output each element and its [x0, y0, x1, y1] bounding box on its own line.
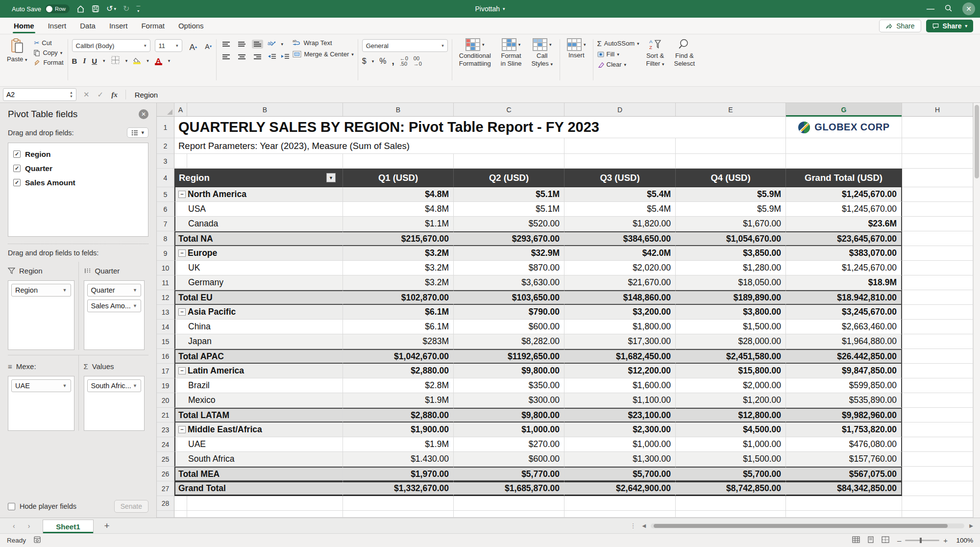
document-title[interactable]: Pivottah ▾	[475, 5, 505, 13]
row-label-china[interactable]: China	[174, 320, 343, 334]
tab-options[interactable]: Options	[172, 19, 211, 33]
row-label-south-africa[interactable]: South Africa	[174, 452, 343, 467]
table-header-q2-usd-[interactable]: Q2 (USD)	[454, 169, 564, 187]
column-header-B[interactable]: B	[343, 103, 454, 116]
cell[interactable]	[676, 154, 786, 169]
formula-content[interactable]: Region	[135, 91, 158, 99]
value-cell[interactable]: $18.942,810.00	[786, 290, 902, 305]
cell[interactable]	[564, 138, 676, 154]
font-color-chevron-icon[interactable]: ▾	[168, 58, 171, 63]
bold-button[interactable]: B	[72, 57, 77, 65]
value-cell[interactable]: $5.9M	[676, 202, 786, 217]
value-cell[interactable]: $3,200.00	[564, 305, 676, 320]
field-checkbox[interactable]: ✓	[13, 179, 21, 186]
value-cell[interactable]: $3,800.00	[676, 305, 786, 320]
merge-center-button[interactable]: Merge & Center ▾	[293, 50, 353, 58]
row-number[interactable]: 1	[157, 117, 174, 138]
increase-decimal-button[interactable]: 00→0	[414, 56, 422, 67]
row-number[interactable]: 17	[157, 364, 174, 378]
field-checkbox[interactable]: ✓	[13, 150, 21, 158]
customize-toolbar-icon[interactable]: —▾	[136, 4, 140, 14]
add-sheet-button[interactable]: +	[94, 518, 121, 533]
italic-button[interactable]: I	[83, 57, 86, 65]
value-cell[interactable]: $148,860.00	[564, 290, 676, 305]
borders-chevron-icon[interactable]: ▾	[125, 58, 128, 63]
cell[interactable]	[564, 154, 676, 169]
align-right-button[interactable]	[252, 52, 263, 61]
cell[interactable]	[174, 496, 187, 511]
increase-indent-button[interactable]	[281, 53, 290, 61]
row-number[interactable]: 15	[157, 334, 174, 349]
row-label-asia-pacific[interactable]: −Asia Pacific	[174, 305, 343, 320]
row-number[interactable]: 25	[157, 452, 174, 467]
value-cell[interactable]: $1,820.00	[564, 217, 676, 231]
select-all-corner[interactable]	[157, 103, 174, 116]
value-cell[interactable]: $2,451,580.00	[676, 349, 786, 364]
value-cell[interactable]: $350.00	[454, 378, 564, 393]
value-cell[interactable]: $8,742,850.00	[676, 481, 786, 496]
format-as-table-button[interactable]: ▾ Formatin Sline	[498, 37, 525, 68]
column-header-G[interactable]: G	[786, 103, 902, 116]
conditional-formatting-button[interactable]: ▾ ConditionalFormattiing	[456, 37, 494, 68]
cell[interactable]	[454, 511, 564, 518]
cell[interactable]	[343, 496, 454, 511]
sort-filter-button[interactable]: AZ Sort &Filter ▾	[643, 37, 667, 68]
decrease-font-button[interactable]: A▼	[202, 43, 213, 48]
value-cell[interactable]: $1,500.00	[676, 320, 786, 334]
cell[interactable]	[454, 496, 564, 511]
name-box[interactable]: A2 ▲▼	[3, 88, 76, 101]
value-cell[interactable]: $1,600.00	[564, 378, 676, 393]
table-header-region[interactable]: Region▼	[174, 169, 343, 187]
currency-chevron-icon[interactable]: ▾	[372, 59, 374, 64]
value-cell[interactable]: $21,670.00	[564, 275, 676, 290]
align-center-button[interactable]	[236, 52, 247, 61]
value-cell[interactable]: $1,332,670.00	[343, 481, 454, 496]
row-label-brazil[interactable]: Brazil	[174, 378, 343, 393]
value-cell[interactable]: $3.2M	[343, 246, 454, 261]
font-name-select[interactable]: Callbrl (Body)▾	[72, 39, 150, 52]
table-header-q3-usd-[interactable]: Q3 (USD)	[564, 169, 676, 187]
table-header-grand-total-usd-[interactable]: Grand Total (USD)	[786, 169, 902, 187]
value-cell[interactable]: $790.00	[454, 305, 564, 320]
table-header-q1-usd-[interactable]: Q1 (USD)	[343, 169, 454, 187]
row-number[interactable]: 12	[157, 290, 174, 305]
autosum-button[interactable]: ΣAutoSSom▾	[597, 39, 639, 48]
cell[interactable]	[902, 378, 973, 393]
align-middle-button[interactable]	[236, 40, 247, 49]
value-cell[interactable]: $476,080.00	[786, 437, 902, 452]
increase-font-button[interactable]: A▲	[187, 43, 198, 49]
value-cell[interactable]: $5.9M	[676, 187, 786, 202]
value-cell[interactable]: $1,280.00	[676, 261, 786, 275]
value-cell[interactable]: $1,245,670.00	[786, 202, 902, 217]
field-item-sales-amount[interactable]: ✓Sales Amount	[13, 175, 143, 190]
row-label-total-eu[interactable]: Total EU	[174, 290, 343, 305]
row-label-latin-america[interactable]: −Latin America	[174, 364, 343, 378]
value-cell[interactable]: $1,500.00	[676, 452, 786, 467]
collapse-icon[interactable]: −	[178, 367, 186, 374]
prev-sheet-icon[interactable]: ‹	[13, 522, 15, 530]
row-number[interactable]: 2	[157, 138, 174, 154]
fill-color-chevron-icon[interactable]: ▾	[147, 58, 149, 63]
hide-fields-checkbox[interactable]	[8, 503, 15, 510]
cell[interactable]	[902, 202, 973, 217]
font-color-button[interactable]: A	[155, 57, 162, 65]
next-sheet-icon[interactable]: ›	[28, 522, 30, 530]
row-label-europe[interactable]: −Europe	[174, 246, 343, 261]
value-cell[interactable]: $870.00	[454, 261, 564, 275]
column-header-H[interactable]: H	[902, 103, 973, 116]
cell[interactable]	[564, 496, 676, 511]
row-label-total-na[interactable]: Total NA	[174, 231, 343, 246]
cell[interactable]	[902, 261, 973, 275]
insert-function-icon[interactable]: fx	[111, 91, 118, 99]
cell[interactable]	[174, 154, 187, 169]
fill-color-button[interactable]	[133, 58, 141, 64]
cell[interactable]	[902, 393, 973, 408]
align-top-button[interactable]	[220, 40, 232, 49]
value-cell[interactable]: $2.8M	[343, 378, 454, 393]
horizontal-scrollbar[interactable]	[651, 523, 964, 528]
cell[interactable]	[902, 437, 973, 452]
page-break-view-icon[interactable]	[882, 536, 889, 545]
decrease-indent-button[interactable]	[268, 53, 276, 61]
cell[interactable]	[676, 138, 786, 154]
row-number[interactable]: 27	[157, 481, 174, 496]
